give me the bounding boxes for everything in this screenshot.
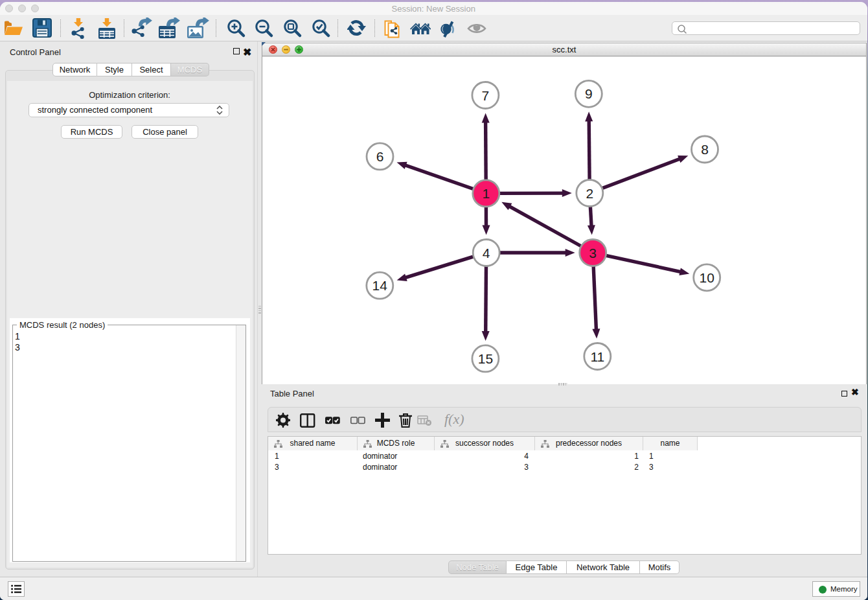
svg-text:7: 7 — [482, 88, 490, 103]
svg-text:1: 1 — [482, 186, 490, 201]
svg-text:2: 2 — [586, 186, 593, 201]
svg-text:4: 4 — [483, 246, 490, 260]
svg-text:15: 15 — [478, 351, 493, 366]
svg-text:8: 8 — [701, 142, 709, 157]
svg-text:10: 10 — [700, 270, 714, 285]
svg-text:11: 11 — [590, 349, 604, 364]
svg-text:14: 14 — [372, 278, 388, 293]
svg-text:6: 6 — [376, 149, 384, 164]
svg-text:3: 3 — [589, 246, 597, 260]
svg-text:9: 9 — [585, 86, 593, 101]
